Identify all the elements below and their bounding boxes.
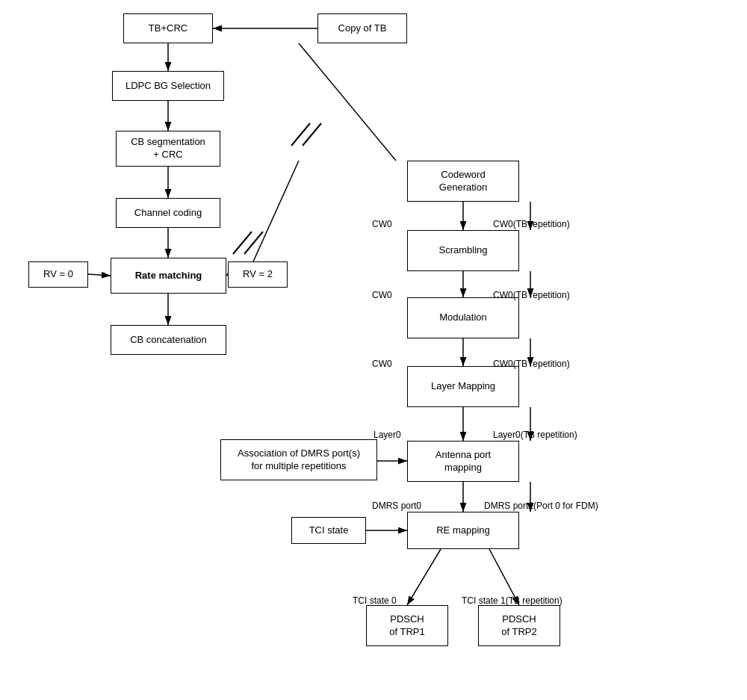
svg-line-10 (247, 161, 299, 276)
svg-line-28 (244, 232, 263, 254)
re-mapping-box: RE mapping (407, 512, 519, 549)
dmrs-assoc-box: Association of DMRS port(s)for multiple … (220, 439, 377, 480)
channel-coding-box: Channel coding (116, 198, 220, 228)
svg-line-9 (299, 43, 396, 161)
diagram: TB+CRC LDPC BG Selection CB segmentation… (0, 0, 747, 700)
rate-matching-box: Rate matching (111, 258, 226, 294)
cw0-scrambling-label: CW0 (372, 219, 392, 231)
svg-line-21 (407, 549, 441, 605)
ldpc-box: LDPC BG Selection (112, 71, 224, 101)
codeword-gen-box: CodewordGeneration (407, 161, 519, 202)
rv2-box: RV = 2 (228, 261, 288, 288)
rv0-box: RV = 0 (28, 261, 88, 288)
dmrs0-re-label: DMRS port0 (372, 501, 421, 512)
cw0tb-modulation-label: CW0(TB repetition) (493, 290, 570, 302)
cw0-layer-label: CW0 (372, 359, 392, 371)
antenna-port-box: Antenna portmapping (407, 441, 519, 482)
svg-line-27 (233, 232, 252, 254)
copy-tb-box: Copy of TB (317, 13, 407, 43)
cb-concat-box: CB concatenation (111, 325, 226, 355)
scrambling-box: Scrambling (407, 230, 519, 271)
svg-line-26 (303, 123, 321, 146)
cw0tb-scrambling-label: CW0(TB repetition) (493, 219, 570, 231)
pdsch-trp1-box: PDSCHof TRP1 (366, 605, 448, 646)
cb-seg-box: CB segmentation+ CRC (116, 131, 220, 167)
layer0-antenna-label: Layer0 (374, 430, 401, 442)
tci0-pdsch-label: TCI state 0 (353, 595, 397, 607)
cw0-modulation-label: CW0 (372, 290, 392, 302)
pdsch-trp2-box: PDSCHof TRP2 (478, 605, 560, 646)
tci1-pdsch-label: TCI state 1(TB repetition) (462, 595, 562, 607)
tb-crc-box: TB+CRC (123, 13, 213, 43)
modulation-box: Modulation (407, 297, 519, 338)
cw0tb-layer-label: CW0(TB repetition) (493, 359, 570, 371)
tci-state-box: TCI state (291, 517, 366, 544)
layer0tb-antenna-label: Layer0(TB repetition) (493, 430, 577, 442)
dmrs1-re-label: DMRS port1(Port 0 for FDM) (484, 501, 598, 512)
layer-mapping-box: Layer Mapping (407, 366, 519, 407)
svg-line-25 (291, 123, 310, 146)
svg-line-6 (88, 274, 111, 276)
